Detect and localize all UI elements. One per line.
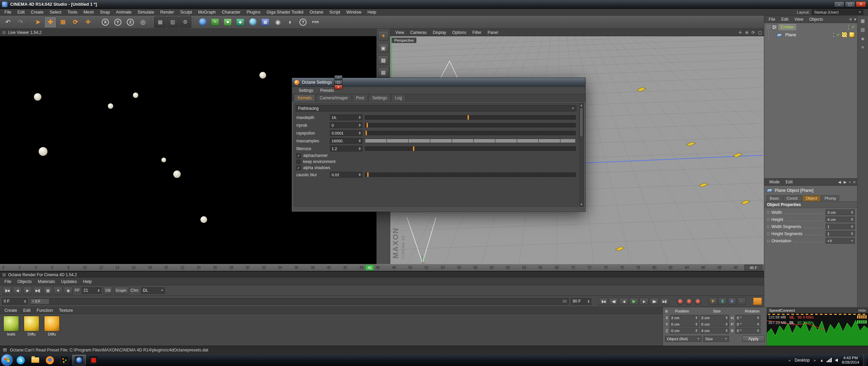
ow-menu-updates[interactable]: Updates [58, 278, 80, 285]
menu-item-character[interactable]: Character [219, 9, 243, 16]
taskbar-clock[interactable]: 4:43 PM 8/28/2014 [842, 356, 859, 365]
undo-icon[interactable]: ↶ [2, 17, 14, 28]
checkbox-alpha-shadows[interactable]: ✓ [296, 166, 301, 170]
om-search-icon[interactable]: ▾ [854, 17, 856, 22]
rotate-tool-icon[interactable]: ⟳ [70, 17, 81, 28]
render-picture-viewer-icon[interactable]: ▥ [167, 17, 179, 28]
field-spinner[interactable] [359, 147, 361, 150]
attr-lock-icon[interactable]: ▪ [849, 180, 851, 184]
timeline-range-slider[interactable]: 0 F 90 [30, 298, 569, 305]
camera-label[interactable]: Perspective [392, 38, 416, 43]
scroll-up-icon[interactable]: ▲ [579, 104, 584, 107]
make-editable-icon[interactable]: ✦ [378, 31, 389, 41]
field-spinner[interactable] [851, 232, 853, 235]
mat-menu-function[interactable]: Function [34, 307, 56, 314]
tray-hidden-icons[interactable]: ▲ [820, 358, 824, 362]
toolbar-chevron-icon[interactable]: « [789, 358, 791, 362]
vp-menu-panel[interactable]: Panel [485, 29, 501, 36]
rotation-b-field[interactable]: 0 ° [735, 328, 761, 333]
field-spinner[interactable] [851, 218, 853, 221]
kernel-type-select[interactable]: Pathtracing [296, 105, 576, 111]
db-button[interactable]: DB [103, 287, 112, 294]
field-spinner[interactable] [359, 173, 361, 176]
dialog-minimize-button[interactable]: – [334, 75, 342, 80]
enable-check-icon[interactable]: ✓ [836, 33, 840, 37]
tree-expander-icon[interactable] [767, 25, 770, 28]
render-settings-icon[interactable]: ⚙ [179, 17, 191, 28]
slider-marker[interactable] [367, 123, 368, 127]
rotate-view-icon[interactable]: ⟳ [752, 30, 755, 35]
pla-record-button[interactable] [753, 298, 762, 305]
live-selection-icon[interactable]: ➤ [32, 17, 44, 28]
channel-select[interactable]: DL [141, 287, 165, 294]
attr-field-width-segments[interactable]: 1 [826, 224, 855, 229]
deformer-icon[interactable] [247, 17, 259, 28]
show-desktop-button[interactable] [863, 354, 867, 366]
attr-menu-icon[interactable]: ≡ [853, 180, 855, 184]
cinema4d-icon[interactable] [72, 355, 86, 365]
param-slider-rrprob[interactable] [365, 123, 576, 127]
redo-icon[interactable]: ↷ [15, 17, 26, 28]
dlg-tab-kernels[interactable]: Kernels [294, 94, 315, 101]
field-spinner[interactable] [695, 316, 697, 319]
om-menu-edit[interactable]: Edit [778, 16, 791, 23]
lock-y-icon[interactable]: Y [112, 17, 124, 28]
rotation-p-field[interactable]: 0 ° [735, 321, 761, 327]
menu-item-animate[interactable]: Animate [113, 9, 135, 16]
om-menu-objects[interactable]: Objects [806, 16, 826, 23]
position-y-field[interactable]: 0 cm [670, 321, 699, 327]
position-x-field[interactable]: 3 cm [670, 315, 699, 321]
object-row-plane[interactable]: Plane✓ [764, 31, 857, 39]
field-spinner[interactable] [359, 124, 361, 127]
range-slider-handle[interactable]: 0 F [31, 299, 50, 304]
vp-menu-options[interactable]: Options [449, 29, 469, 36]
checkbox-alphachannel[interactable]: ✓ [296, 154, 301, 158]
param-slider-maxsamples[interactable] [365, 139, 576, 143]
menu-item-edit[interactable]: Edit [14, 9, 28, 16]
enable-check-icon[interactable]: ✓ [851, 25, 855, 29]
last-tool-icon[interactable]: ✛ [82, 17, 94, 28]
key-circle-icon[interactable] [767, 232, 770, 235]
prev-frame-button[interactable]: ◀ [619, 298, 628, 305]
render-view-icon[interactable]: ▦ [154, 17, 166, 28]
size-z-field[interactable]: 4 cm [700, 328, 729, 333]
toggle-view-icon[interactable]: ▢ [758, 30, 762, 35]
mat-menu-edit[interactable]: Edit [20, 307, 34, 314]
slider-marker[interactable] [367, 172, 369, 177]
param-field-maxsamples[interactable]: 16000. [330, 138, 362, 144]
record-scale-button[interactable]: S [718, 298, 727, 305]
dlg-tab-camera-imager[interactable]: Camera/Imager [316, 94, 352, 101]
ow-menu-materials[interactable]: Materials [35, 278, 58, 285]
dock-arrange-icon[interactable]: ▦ [861, 18, 865, 23]
play-button[interactable]: ▶ [629, 298, 638, 305]
visibility-dots[interactable] [832, 32, 835, 38]
camera-icon[interactable]: ◉ [272, 17, 284, 28]
vp-menu-view[interactable]: View [392, 29, 407, 36]
slider-marker[interactable] [366, 131, 367, 135]
vp-menu-display[interactable]: Display [430, 29, 449, 36]
menu-item-tools[interactable]: Tools [64, 9, 80, 16]
model-mode-icon[interactable]: ▣ [378, 43, 389, 53]
ow-menu-help[interactable]: Help [80, 278, 95, 285]
record-position-button[interactable]: P [709, 298, 717, 305]
material-tag-icon[interactable] [849, 32, 855, 38]
menu-item-select[interactable]: Select [46, 9, 64, 16]
ow-menu-objects[interactable]: Objects [14, 278, 35, 285]
timeline-end-field[interactable]: 90 F [571, 298, 591, 305]
coord-system-icon[interactable]: ◎ [137, 17, 149, 28]
param-field-rayepsilon[interactable]: 0.0001 [330, 130, 362, 136]
object-name[interactable]: Emitter [779, 24, 796, 30]
workplane-icon[interactable]: ▦ [378, 67, 389, 77]
menu-item-simulate[interactable]: Simulate [135, 9, 157, 16]
record-rotation-button[interactable]: R [728, 298, 736, 305]
maximize-button[interactable]: ▢ [845, 1, 855, 7]
object-name[interactable]: Plane [784, 32, 798, 38]
menu-item-script[interactable]: Script [326, 9, 343, 16]
field-spinner[interactable] [757, 323, 759, 326]
field-spinner[interactable] [726, 316, 728, 319]
dock-menu-icon[interactable]: ≡ [862, 45, 864, 50]
key-circle-icon[interactable] [767, 225, 770, 228]
zoom-view-icon[interactable]: ⊕ [745, 30, 749, 35]
param-slider-rayepsilon[interactable] [365, 131, 576, 135]
volume-icon[interactable] [835, 359, 838, 362]
